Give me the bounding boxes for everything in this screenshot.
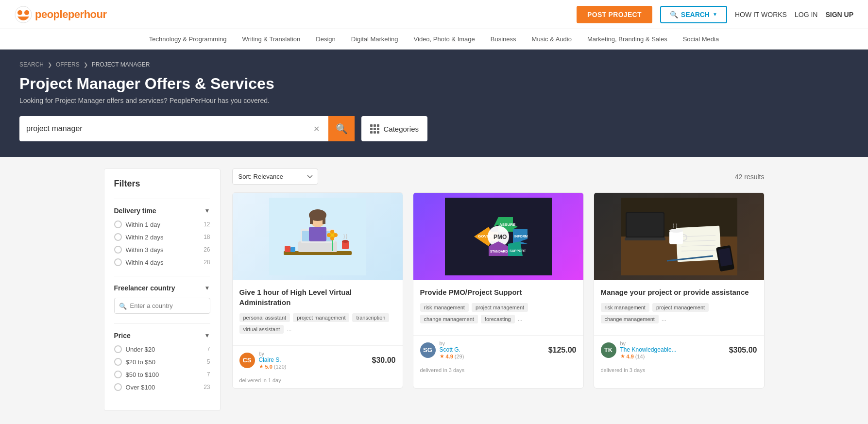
search-submit-button[interactable]: 🔍 xyxy=(328,116,355,141)
seller-name-1: Claire S. xyxy=(259,356,287,363)
over-100-label: Over $100 xyxy=(126,384,155,391)
results-area: Sort: Relevance Sort: Price Low to High … xyxy=(232,169,765,411)
rating-count-2: (29) xyxy=(455,354,464,359)
logo-text: peopleperhour xyxy=(35,8,107,21)
card-1-footer: CS by Claire S. ★ 5.0 (120) $30.00 xyxy=(233,345,403,374)
price-filter: Price ▼ Under $20 7 $20 to $50 5 xyxy=(114,323,210,391)
filter-under-20: Under $20 7 xyxy=(114,345,210,353)
svg-text:ASSURE: ASSURE xyxy=(499,222,516,227)
filter-within-3-days: Within 3 days 26 xyxy=(114,246,210,254)
how-it-works-link[interactable]: HOW IT WORKS xyxy=(735,11,787,18)
country-input[interactable] xyxy=(114,298,210,314)
svg-point-22 xyxy=(330,237,334,240)
card-2-title: Provide PMO/Project Support xyxy=(420,287,577,297)
card-2[interactable]: GOVERN ASSURE PMO INFORM STANDARDIZE xyxy=(413,192,584,389)
rating-num-2: 4.9 xyxy=(446,354,453,359)
seller-rating-2: ★ 4.9 (29) xyxy=(440,353,464,359)
price-label: Price xyxy=(114,332,131,339)
results-count: 42 results xyxy=(735,173,765,181)
nav-item-design[interactable]: Design xyxy=(316,35,335,43)
20-to-50-count: 5 xyxy=(207,358,210,365)
radio-within-3-days[interactable] xyxy=(114,246,122,254)
svg-rect-35 xyxy=(625,237,665,240)
within-4-days-count: 28 xyxy=(204,259,210,266)
post-project-button[interactable]: POST PROJECT xyxy=(577,6,652,23)
freelancer-country-label: Freelancer country xyxy=(114,284,175,292)
radio-within-4-days[interactable] xyxy=(114,258,122,266)
search-bar: ✕ xyxy=(19,116,328,141)
svg-rect-41 xyxy=(669,231,683,244)
search-input[interactable] xyxy=(26,124,311,133)
logo-icon xyxy=(15,6,32,23)
categories-button[interactable]: Categories xyxy=(361,116,427,141)
login-link[interactable]: LOG IN xyxy=(795,11,817,18)
radio-50-to-100[interactable] xyxy=(114,371,122,378)
search-header-button[interactable]: 🔍 SEARCH ▼ xyxy=(660,6,727,23)
sort-select[interactable]: Sort: Relevance Sort: Price Low to High … xyxy=(232,169,318,185)
card-1-tags: personal assistant project management tr… xyxy=(239,313,396,334)
nav-item-social[interactable]: Social Media xyxy=(683,35,719,43)
seller-name-wrap-1: by Claire S. ★ 5.0 (120) xyxy=(259,351,287,370)
avatar-2: SG xyxy=(420,342,436,358)
breadcrumb: SEARCH ❯ OFFERS ❯ PROJECT MANAGER xyxy=(19,61,849,68)
radio-over-100[interactable] xyxy=(114,383,122,391)
logo[interactable]: peopleperhour xyxy=(15,6,107,23)
within-3-days-label: Within 3 days xyxy=(126,246,164,254)
card-1[interactable]: Give 1 hour of High Level Virtual Admini… xyxy=(232,192,403,389)
nav-item-digital-marketing[interactable]: Digital Marketing xyxy=(351,35,398,43)
nav-item-marketing[interactable]: Marketing, Branding & Sales xyxy=(587,35,667,43)
tag: virtual assistant xyxy=(239,325,284,334)
cards-grid: Give 1 hour of High Level Virtual Admini… xyxy=(232,192,765,389)
card-3-body: Manage your project or provide assistanc… xyxy=(594,280,764,335)
clear-search-button[interactable]: ✕ xyxy=(311,122,322,136)
within-4-days-label: Within 4 days xyxy=(126,259,164,266)
filter-within-4-days: Within 4 days 28 xyxy=(114,258,210,266)
breadcrumb-offers[interactable]: OFFERS xyxy=(56,61,80,68)
radio-under-20[interactable] xyxy=(114,345,122,353)
tag: personal assistant xyxy=(239,313,290,322)
nav-item-technology[interactable]: Technology & Programming xyxy=(149,35,227,43)
radio-within-1-day[interactable] xyxy=(114,220,122,228)
50-to-100-count: 7 xyxy=(207,371,210,378)
delivery-time-chevron: ▼ xyxy=(204,207,210,214)
signup-link[interactable]: SIGN UP xyxy=(825,11,853,18)
seller-name-wrap-2: by Scott G. ★ 4.9 (29) xyxy=(440,340,464,359)
rating-num-1: 5.0 xyxy=(265,364,272,370)
nav-item-business[interactable]: Business xyxy=(491,35,516,43)
nav-item-music[interactable]: Music & Audio xyxy=(532,35,572,43)
card-3-tags: risk management project management chang… xyxy=(601,303,757,323)
price-header[interactable]: Price ▼ xyxy=(114,332,210,339)
svg-point-20 xyxy=(334,233,338,237)
radio-within-2-days[interactable] xyxy=(114,233,122,241)
under-20-label: Under $20 xyxy=(126,346,155,353)
freelancer-country-filter: Freelancer country ▼ 🔍 xyxy=(114,276,210,314)
card-2-footer: SG by Scott G. ★ 4.9 (29) $125.00 xyxy=(413,335,583,364)
nav-item-video[interactable]: Video, Photo & Image xyxy=(414,35,475,43)
tag: risk management xyxy=(601,303,649,312)
svg-point-2 xyxy=(24,10,29,15)
avatar-1: CS xyxy=(239,353,255,368)
seller-info-3: TK by The Knowledgeable... ★ 4.9 (14) xyxy=(601,340,677,359)
search-submit-icon: 🔍 xyxy=(336,123,348,135)
rating-num-3: 4.9 xyxy=(627,354,634,359)
seller-name-3: The Knowledgeable... xyxy=(620,346,677,353)
tag-more: ... xyxy=(287,326,291,333)
seller-by-2: by xyxy=(440,340,464,346)
card-1-delivery: delivered in 1 day xyxy=(233,374,403,388)
within-2-days-count: 18 xyxy=(204,234,210,240)
breadcrumb-current: PROJECT MANAGER xyxy=(92,61,150,68)
search-icon: 🔍 xyxy=(670,11,678,18)
freelancer-country-header[interactable]: Freelancer country ▼ xyxy=(114,284,210,292)
rating-count-3: (14) xyxy=(635,354,645,359)
card-3[interactable]: Manage your project or provide assistanc… xyxy=(594,192,765,389)
breadcrumb-search[interactable]: SEARCH xyxy=(19,61,44,68)
seller-name-wrap-3: by The Knowledgeable... ★ 4.9 (14) xyxy=(620,340,677,359)
filter-over-100: Over $100 23 xyxy=(114,383,210,391)
chevron-down-icon: ▼ xyxy=(713,12,717,17)
radio-20-to-50[interactable] xyxy=(114,358,122,366)
nav-item-writing[interactable]: Writing & Translation xyxy=(242,35,301,43)
within-1-day-count: 12 xyxy=(204,221,210,228)
svg-text:PMO: PMO xyxy=(494,234,507,240)
svg-point-19 xyxy=(327,233,331,237)
delivery-time-header[interactable]: Delivery time ▼ xyxy=(114,207,210,215)
